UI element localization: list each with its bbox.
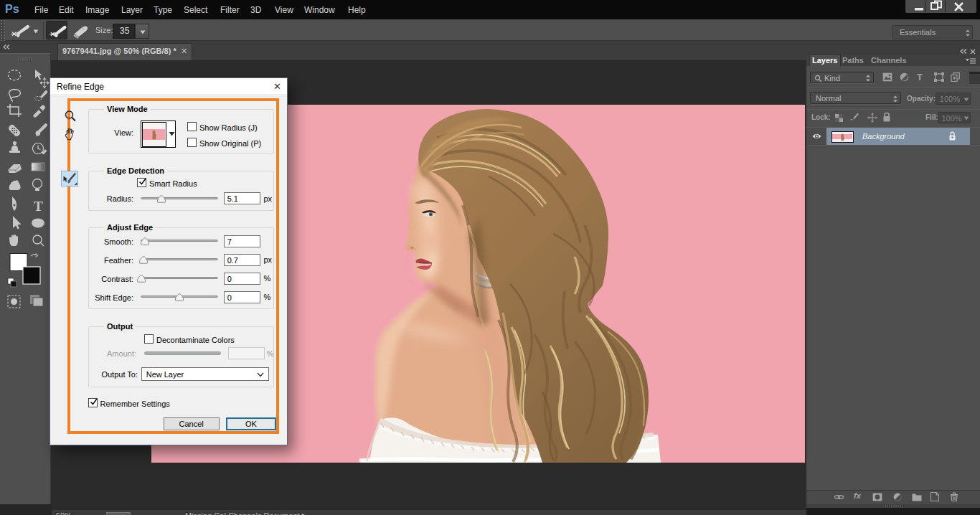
svg-text:T: T <box>34 199 43 214</box>
